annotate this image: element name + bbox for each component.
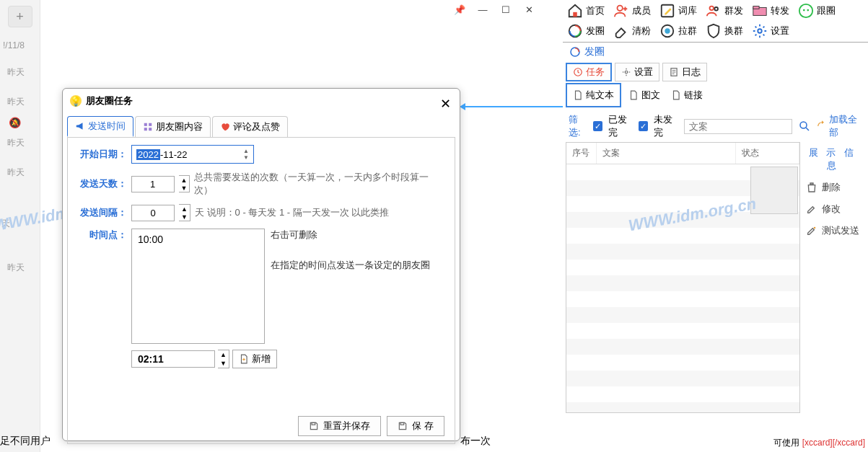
tab-task[interactable]: 任务	[566, 63, 612, 81]
pin-icon[interactable]: 📌	[455, 4, 465, 14]
time-note-1: 右击可删除	[271, 229, 430, 241]
days-input[interactable]	[131, 176, 175, 192]
action-delete[interactable]: 删除	[805, 177, 861, 198]
dialog-title-bar: 💡 朋友圈任务	[63, 89, 460, 113]
maximize-icon[interactable]: ☐	[501, 4, 511, 14]
dialog-close-button[interactable]: ✕	[440, 96, 451, 112]
toolbar-cleanup[interactable]: 清粉	[613, 23, 651, 39]
svg-point-12	[665, 28, 670, 33]
tab-settings[interactable]: 设置	[615, 63, 659, 81]
data-grid[interactable]: 序号 文案 状态	[566, 142, 800, 413]
toolbar-moments[interactable]: 跟圈	[798, 3, 836, 19]
search-icon[interactable]	[798, 120, 811, 133]
left-item[interactable]: 昨天	[0, 58, 40, 87]
svg-rect-0	[573, 12, 577, 17]
shield-icon	[706, 23, 722, 39]
send-icon	[806, 225, 817, 236]
right-panel: 首页 成员 词库 群发 转发 跟圈 发圈 清粉 拉群 换群 设置 发圈 任务 设…	[563, 0, 868, 452]
log-icon	[669, 67, 679, 77]
reset-save-button[interactable]: 重置并保存	[298, 416, 381, 436]
close-icon[interactable]: ✕	[524, 4, 534, 14]
users-icon	[706, 3, 722, 19]
section-title: 发圈	[563, 43, 868, 61]
left-date: !/11/8	[0, 33, 40, 58]
svg-point-19	[814, 227, 816, 229]
sub-tabs: 任务 设置 日志	[563, 61, 868, 83]
left-item[interactable]: 昨天	[0, 158, 40, 187]
folder-icon	[752, 3, 768, 19]
spinner-icon[interactable]: ▲▼	[243, 148, 249, 161]
bubble-icon	[659, 23, 675, 39]
dialog-buttons: 重置并保存 保 存	[298, 416, 444, 436]
grid-icon	[143, 122, 153, 132]
document-icon	[628, 90, 639, 100]
start-date-input[interactable]: 2022-11-22 ▲▼	[131, 145, 254, 164]
grid-body	[566, 164, 799, 412]
toolbar-pullgroup[interactable]: 拉群	[659, 23, 697, 39]
action-edit[interactable]: 修改	[805, 198, 861, 220]
toolbar-forward[interactable]: 转发	[752, 3, 789, 19]
days-spinner[interactable]: ▲▼	[179, 175, 190, 192]
save-icon	[309, 421, 319, 431]
document-add-icon	[239, 354, 249, 364]
save-button[interactable]: 保 存	[387, 416, 444, 436]
toolbar-lexicon[interactable]: 词库	[659, 3, 697, 19]
save-icon	[398, 421, 408, 431]
add-button[interactable]: +	[8, 6, 32, 27]
interval-spinner[interactable]: ▲▼	[179, 204, 190, 221]
checkbox-unsent[interactable]: ✓	[639, 121, 647, 131]
circle-icon	[569, 45, 582, 58]
start-date-label: 开始日期：	[76, 148, 127, 161]
time-spinner[interactable]: ▲▼	[218, 350, 229, 368]
left-item[interactable]: 天	[0, 209, 40, 239]
tab-log[interactable]: 日志	[662, 63, 707, 81]
dlg-tab-sendtime[interactable]: 发送时间	[67, 116, 133, 137]
col-status: 状态	[736, 143, 799, 164]
left-item[interactable]: 昨天	[0, 87, 40, 117]
side-actions-title: 展 示 信 息	[805, 146, 861, 177]
toolbar-post[interactable]: 发圈	[567, 23, 605, 39]
new-time-input[interactable]	[131, 350, 215, 368]
side-actions: 展 示 信 息 删除 修改 测试发送	[800, 142, 865, 413]
toolbar-members[interactable]: 成员	[613, 3, 651, 19]
left-item[interactable]: 昨天	[0, 128, 40, 158]
clock-icon	[573, 67, 583, 77]
svg-point-7	[799, 4, 812, 17]
toolbar-home[interactable]: 首页	[567, 3, 605, 19]
filter-input[interactable]	[684, 119, 792, 134]
svg-rect-22	[144, 128, 147, 130]
interval-desc: 天 说明：0 - 每天发 1 - 隔一天发一次 以此类推	[195, 206, 389, 219]
format-imgtext[interactable]: 图文	[627, 87, 662, 103]
action-testsend[interactable]: 测试发送	[805, 220, 861, 241]
moments-task-dialog: 💡 朋友圈任务 ✕ 发送时间 朋友圈内容 评论及点赞 开始日期： 2022-11…	[62, 88, 460, 441]
times-list[interactable]: 10:00	[131, 229, 265, 344]
time-note-2: 在指定的时间点发送一条设定的朋友圈	[271, 259, 430, 272]
svg-point-18	[800, 122, 807, 128]
svg-point-4	[714, 7, 718, 11]
minimize-icon[interactable]: —	[478, 4, 488, 14]
footer-note: 可使用 [xccard][/xccard]	[773, 437, 865, 449]
pencil-icon	[806, 203, 817, 215]
document-icon	[671, 90, 681, 100]
dialog-tabs: 发送时间 朋友圈内容 评论及点赞	[67, 116, 455, 137]
days-desc: 总共需要发送的次数（一天算一次，一天内多个时段算一次）	[194, 171, 446, 197]
time-label: 时间点：	[76, 229, 127, 241]
load-all-button[interactable]: 加载全部	[817, 113, 862, 139]
megaphone-icon	[75, 121, 85, 131]
document-icon	[573, 90, 583, 100]
dlg-tab-comment[interactable]: 评论及点赞	[212, 116, 288, 137]
time-item[interactable]: 10:00	[138, 234, 258, 245]
interval-input[interactable]	[131, 205, 175, 221]
format-link[interactable]: 链接	[670, 87, 704, 103]
heart-icon	[220, 122, 230, 132]
add-time-button[interactable]: 新增	[232, 350, 277, 368]
truncated-text-right: 布一次	[460, 435, 491, 448]
toolbar-settings[interactable]: 设置	[752, 23, 789, 39]
format-text[interactable]: 纯文本	[571, 87, 615, 103]
col-seq: 序号	[566, 143, 597, 164]
dlg-tab-content[interactable]: 朋友圈内容	[135, 116, 211, 137]
left-item[interactable]: 昨天	[0, 253, 40, 283]
checkbox-sent[interactable]: ✓	[593, 121, 602, 131]
toolbar-swapgroup[interactable]: 换群	[706, 23, 743, 39]
toolbar-broadcast[interactable]: 群发	[706, 3, 743, 19]
